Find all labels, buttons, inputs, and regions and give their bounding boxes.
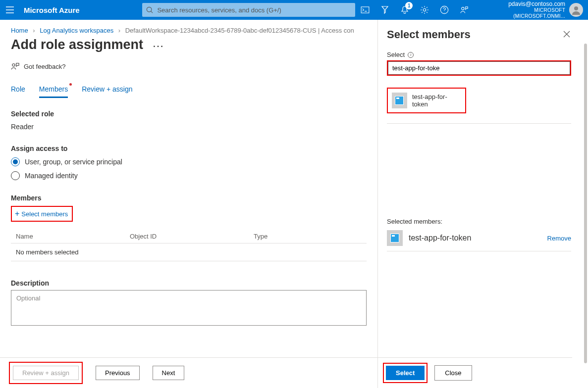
- radio-mi-label: Managed identity: [25, 172, 78, 180]
- svg-point-2: [423, 8, 426, 11]
- notification-badge: 1: [405, 2, 413, 9]
- select-members-panel: Select members Select i test-app: [377, 20, 588, 388]
- radio-icon-unselected: [11, 171, 20, 180]
- gear-icon: [420, 5, 429, 14]
- svg-point-4: [462, 7, 464, 10]
- radio-principal-label: User, group, or service principal: [25, 158, 122, 166]
- global-search-input[interactable]: [156, 6, 351, 14]
- scrollbar[interactable]: [584, 44, 587, 363]
- cloud-shell-icon: [361, 6, 370, 13]
- tabs: Role Members Review + assign: [0, 74, 377, 98]
- avatar-icon: [571, 5, 581, 15]
- feedback-label: Got feedback?: [24, 63, 66, 70]
- settings-button[interactable]: [415, 0, 434, 20]
- svg-point-0: [147, 7, 152, 12]
- description-field[interactable]: [11, 290, 367, 326]
- result-name: test-app-for-token: [412, 93, 461, 108]
- next-button[interactable]: Next: [153, 366, 185, 380]
- user-email: pdavis@contoso.com: [481, 1, 565, 8]
- global-search[interactable]: [142, 3, 355, 17]
- tab-review-assign[interactable]: Review + assign: [82, 85, 132, 98]
- user-account-button[interactable]: pdavis@contoso.com MICROSOFT (MICROSOFT.…: [474, 0, 588, 20]
- search-result-item[interactable]: test-app-for-token: [387, 88, 466, 113]
- review-assign-button[interactable]: Review + assign: [13, 366, 79, 380]
- svg-point-5: [574, 6, 578, 10]
- app-icon: [387, 230, 403, 246]
- description-label: Description: [11, 279, 367, 287]
- person-feedback-icon: [11, 62, 20, 70]
- panel-select-button[interactable]: Select: [386, 366, 425, 380]
- members-label: Members: [11, 194, 367, 202]
- assign-access-label: Assign access to: [11, 145, 367, 152]
- page-footer: Review + assign Previous Next: [0, 357, 377, 388]
- selected-member-name: test-app-for-token: [409, 234, 471, 242]
- radio-icon-selected: [11, 157, 20, 166]
- attention-dot-icon: [69, 83, 72, 86]
- svg-rect-1: [362, 7, 370, 13]
- top-bar: Microsoft Azure 1 pdavis@contoso.com MIC…: [0, 0, 588, 20]
- column-name: Name: [11, 233, 130, 240]
- select-field-label: Select i: [387, 51, 414, 58]
- help-button[interactable]: [434, 0, 454, 20]
- user-directory: MICROSOFT (MICROSOFT.ONMI...: [481, 7, 565, 19]
- person-feedback-icon: [460, 5, 469, 14]
- svg-point-6: [12, 64, 15, 66]
- close-panel-button[interactable]: [559, 27, 574, 42]
- column-object-id: Object ID: [130, 233, 254, 240]
- avatar: [569, 3, 583, 17]
- select-members-link[interactable]: + Select members: [11, 206, 73, 222]
- notifications-button[interactable]: 1: [395, 0, 415, 20]
- breadcrumb-home[interactable]: Home: [11, 27, 28, 34]
- panel-footer: Select Close: [378, 357, 572, 388]
- main-content: Home › Log Analytics workspaces › Defaul…: [0, 20, 377, 388]
- feedback-button[interactable]: Got feedback?: [0, 53, 377, 74]
- chevron-right-icon: ›: [115, 27, 123, 34]
- tab-role[interactable]: Role: [11, 85, 25, 98]
- breadcrumb-workspaces[interactable]: Log Analytics workspaces: [40, 27, 113, 34]
- select-search-input[interactable]: [388, 61, 443, 75]
- selected-members-label: Selected members:: [378, 218, 580, 225]
- previous-button[interactable]: Previous: [96, 366, 140, 380]
- selected-role-label: Selected role: [11, 110, 367, 118]
- directories-button[interactable]: [375, 0, 395, 20]
- search-icon: [146, 6, 153, 13]
- panel-close-button[interactable]: Close: [434, 365, 472, 381]
- breadcrumb: Home › Log Analytics workspaces › Defaul…: [0, 20, 377, 37]
- close-icon: [563, 31, 570, 38]
- members-table-header: Name Object ID Type: [11, 233, 367, 243]
- breadcrumb-tail: DefaultWorkspace-1234abcd-2345-6789-0abc…: [125, 27, 354, 34]
- remove-member-link[interactable]: Remove: [547, 235, 571, 242]
- panel-title: Select members: [387, 28, 471, 41]
- page-title: Add role assignment: [11, 37, 143, 52]
- radio-managed-identity[interactable]: Managed identity: [11, 171, 367, 180]
- hamburger-menu-button[interactable]: [0, 0, 20, 20]
- chevron-right-icon: ›: [30, 27, 38, 34]
- brand-label[interactable]: Microsoft Azure: [24, 6, 138, 14]
- cloud-shell-button[interactable]: [355, 0, 375, 20]
- column-type: Type: [254, 233, 367, 240]
- hamburger-icon: [6, 6, 14, 13]
- info-icon[interactable]: i: [408, 52, 414, 58]
- description-input[interactable]: [15, 293, 362, 322]
- selected-role-value: Reader: [11, 123, 367, 131]
- radio-principal[interactable]: User, group, or service principal: [11, 157, 367, 166]
- page-more-button[interactable]: …: [152, 41, 164, 49]
- feedback-button[interactable]: [454, 0, 474, 20]
- filter-icon: [381, 5, 389, 14]
- plus-icon: +: [15, 210, 19, 218]
- selected-member-row: test-app-for-token Remove: [378, 225, 580, 246]
- help-icon: [440, 5, 449, 14]
- tab-members[interactable]: Members: [39, 85, 68, 98]
- app-icon: [392, 93, 407, 108]
- members-empty-row: No members selected: [11, 243, 367, 261]
